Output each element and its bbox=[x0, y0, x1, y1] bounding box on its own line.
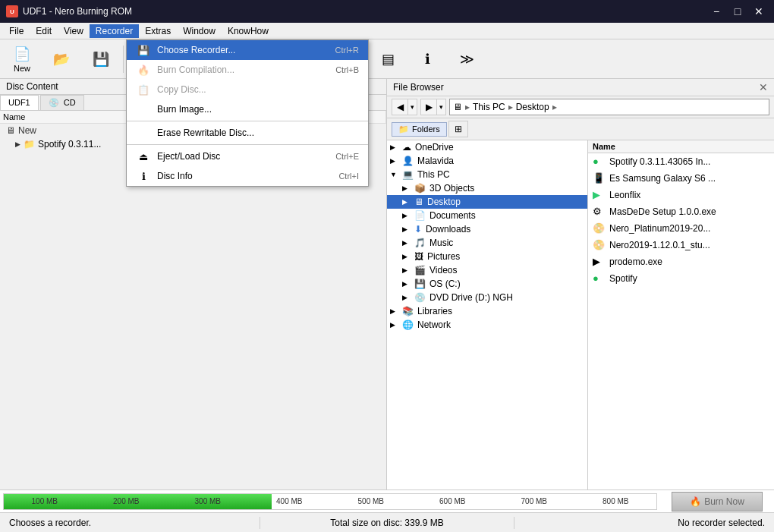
tree-os-c[interactable]: ▶ 💾 OS (C:) bbox=[387, 277, 587, 291]
back-dropdown[interactable]: ▾ bbox=[408, 99, 417, 115]
folders-view-btn[interactable]: 📁 Folders bbox=[392, 122, 447, 137]
file-browser-close[interactable]: ✕ bbox=[759, 81, 768, 93]
back-group: ◀ ▾ bbox=[392, 99, 417, 115]
libraries-icon: 📚 bbox=[402, 306, 414, 316]
address-bar[interactable]: 🖥 ▸ This PC ▸ Desktop ▸ bbox=[449, 99, 769, 115]
menu-sep-2 bbox=[127, 144, 368, 145]
forward-dropdown[interactable]: ▾ bbox=[437, 99, 446, 115]
choose-recorder-label: Choose Recorder... bbox=[157, 45, 235, 55]
forward-button[interactable]: ▶ bbox=[420, 99, 437, 115]
new-icon: 📄 bbox=[13, 46, 31, 62]
music-icon: 🎵 bbox=[414, 238, 426, 248]
title-bar: U UDF1 - Nero Burning ROM − □ ✕ bbox=[0, 0, 774, 23]
toolbar-new[interactable]: 📄 New bbox=[3, 42, 41, 76]
menu-view[interactable]: View bbox=[58, 24, 90, 38]
toolbar-more[interactable]: ≫ bbox=[448, 42, 486, 76]
main-area: Disc Content UDF1 💿 CD Name Size Type 🖥 … bbox=[0, 79, 774, 490]
view-toggle-bar: 📁 Folders ⊞ bbox=[387, 118, 774, 140]
file-samsung[interactable]: 📱 Es Samsung Galaxy S6 ... bbox=[588, 170, 774, 187]
nero2019-name: Nero2019-1.12.0.1_stu... bbox=[609, 240, 769, 250]
pictures-arrow: ▶ bbox=[402, 253, 413, 260]
close-button[interactable]: ✕ bbox=[750, 4, 768, 19]
address-this-pc: This PC bbox=[473, 102, 505, 112]
tree-videos[interactable]: ▶ 🎬 Videos bbox=[387, 263, 587, 277]
file-nero-platinum[interactable]: 📀 Nero_Platinum2019-20... bbox=[588, 220, 774, 237]
folders-label: Folders bbox=[412, 124, 440, 134]
tree-item-arrow: ▶ bbox=[15, 140, 20, 148]
toolbar-open[interactable]: 📂 bbox=[42, 42, 80, 76]
file-prodemo[interactable]: ▶ prodemo.exe bbox=[588, 253, 774, 270]
prog-700: 700 MB bbox=[493, 497, 575, 505]
malavida-icon: 👤 bbox=[402, 156, 414, 166]
file-browser-panel: File Browser ✕ ◀ ▾ ▶ ▾ 🖥 ▸ This PC ▸ Des… bbox=[387, 79, 774, 490]
menu-knowhow[interactable]: KnowHow bbox=[222, 24, 275, 38]
tree-documents[interactable]: ▶ 📄 Documents bbox=[387, 209, 587, 222]
tree-music[interactable]: ▶ 🎵 Music bbox=[387, 236, 587, 250]
menu-edit[interactable]: Edit bbox=[30, 24, 58, 38]
samsung-icon: 📱 bbox=[593, 172, 605, 184]
tab-udf1[interactable]: UDF1 bbox=[0, 95, 39, 110]
menu-window[interactable]: Window bbox=[177, 24, 222, 38]
back-button[interactable]: ◀ bbox=[392, 99, 408, 115]
menu-erase-rewritable[interactable]: Erase Rewritable Disc... bbox=[127, 123, 368, 143]
toolbar-save[interactable]: 💾 bbox=[82, 42, 120, 76]
tree-3d-objects[interactable]: ▶ 📦 3D Objects bbox=[387, 181, 587, 195]
menu-choose-recorder[interactable]: 💾 Choose Recorder... Ctrl+R bbox=[127, 40, 368, 60]
file-leonflix[interactable]: ▶ Leonflix bbox=[588, 187, 774, 203]
tree-this-pc[interactable]: ▼ 💻 This PC bbox=[387, 168, 587, 181]
maximize-button[interactable]: □ bbox=[728, 4, 747, 19]
menu-copy-disc[interactable]: 📋 Copy Disc... bbox=[127, 80, 368, 99]
burn-now-button[interactable]: 🔥 Burn Now bbox=[672, 492, 763, 512]
spotify-icon: ● bbox=[593, 156, 605, 168]
open-icon: 📂 bbox=[52, 50, 71, 68]
this-pc-arrow: ▼ bbox=[390, 171, 401, 178]
file-masdede[interactable]: ⚙ MasDeDe Setup 1.0.0.exe bbox=[588, 203, 774, 220]
libraries-arrow: ▶ bbox=[390, 307, 401, 315]
grid-view-btn[interactable]: ⊞ bbox=[448, 121, 468, 137]
masdede-icon: ⚙ bbox=[593, 206, 605, 218]
toolbar-list[interactable]: ▤ bbox=[369, 42, 407, 76]
erase-rewritable-label: Erase Rewritable Disc... bbox=[157, 127, 254, 138]
tree-network[interactable]: ▶ 🌐 Network bbox=[387, 318, 587, 332]
malavida-label: Malavida bbox=[417, 156, 454, 166]
title-bar-controls[interactable]: − □ ✕ bbox=[707, 4, 768, 19]
tab-cd[interactable]: 💿 CD bbox=[40, 95, 84, 110]
desktop-arrow: ▶ bbox=[402, 198, 413, 206]
tree-pictures[interactable]: ▶ 🖼 Pictures bbox=[387, 250, 587, 263]
onedrive-label: OneDrive bbox=[415, 142, 454, 153]
leonflix-icon: ▶ bbox=[593, 189, 605, 201]
toolbar-info[interactable]: ℹ bbox=[408, 42, 446, 76]
menu-disc-info[interactable]: ℹ Disc Info Ctrl+I bbox=[127, 166, 368, 186]
disc-content-title: Disc Content bbox=[6, 81, 58, 92]
tree-dvd[interactable]: ▶ 💿 DVD Drive (D:) NGH bbox=[387, 291, 587, 304]
menu-burn-image[interactable]: Burn Image... bbox=[127, 99, 368, 119]
new-item-label: New bbox=[18, 125, 36, 136]
tree-desktop[interactable]: ▶ 🖥 Desktop bbox=[387, 195, 587, 209]
videos-label: Videos bbox=[429, 265, 457, 275]
menu-extras[interactable]: Extras bbox=[139, 24, 177, 38]
file-nero2019[interactable]: 📀 Nero2019-1.12.0.1_stu... bbox=[588, 237, 774, 253]
files-column-header: Name bbox=[588, 140, 774, 153]
tree-onedrive[interactable]: ▶ ☁ OneDrive bbox=[387, 140, 587, 154]
file-browser-header: File Browser ✕ bbox=[387, 79, 774, 96]
tree-libraries[interactable]: ▶ 📚 Libraries bbox=[387, 304, 587, 318]
erase-left: Erase Rewritable Disc... bbox=[136, 127, 254, 139]
file-spotify2[interactable]: ● Spotify bbox=[588, 270, 774, 287]
file-browser-title: File Browser bbox=[393, 82, 444, 93]
file-spotify[interactable]: ● Spotify 0.3.11.43065 In... bbox=[588, 153, 774, 170]
copy-disc-label: Copy Disc... bbox=[157, 84, 206, 95]
burn-image-label: Burn Image... bbox=[157, 104, 212, 115]
menu-bar: File Edit View Recorder Extras Window Kn… bbox=[0, 23, 774, 39]
minimize-button[interactable]: − bbox=[707, 4, 725, 19]
erase-icon bbox=[136, 127, 151, 139]
menu-eject-load[interactable]: ⏏ Eject/Load Disc Ctrl+E bbox=[127, 146, 368, 166]
menu-file[interactable]: File bbox=[3, 24, 30, 38]
menu-recorder[interactable]: Recorder bbox=[90, 24, 139, 38]
prog-500: 500 MB bbox=[330, 497, 412, 505]
tree-malavida[interactable]: ▶ 👤 Malavida bbox=[387, 154, 587, 168]
menu-burn-compilation[interactable]: 🔥 Burn Compilation... Ctrl+B bbox=[127, 60, 368, 80]
tree-downloads[interactable]: ▶ ⬇ Downloads bbox=[387, 222, 587, 236]
documents-arrow: ▶ bbox=[402, 212, 413, 219]
list-icon: ▤ bbox=[379, 50, 397, 68]
os-arrow: ▶ bbox=[402, 280, 413, 288]
